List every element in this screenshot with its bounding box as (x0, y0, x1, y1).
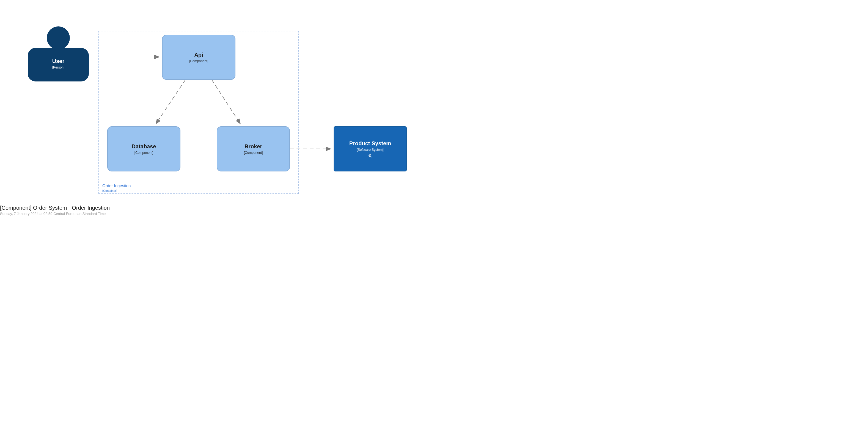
person-user[interactable]: User [Person] (28, 26, 89, 82)
svg-line-3 (371, 156, 372, 157)
component-broker-name: Broker (245, 143, 262, 150)
component-broker-stereo: [Component] (244, 151, 263, 155)
diagram-footer: [Component] Order System - Order Ingesti… (0, 205, 110, 216)
component-api-stereo: [Component] (189, 59, 208, 63)
component-database-name: Database (132, 143, 156, 150)
component-broker[interactable]: Broker [Component] (217, 126, 290, 171)
diagram-title: [Component] Order System - Order Ingesti… (0, 205, 110, 211)
zoom-in-icon (368, 154, 372, 158)
container-name: Order Ingestion (102, 183, 131, 188)
person-stereo: [Person] (28, 65, 89, 69)
diagram-timestamp: Sunday, 7 January 2024 at 02:59 Central … (0, 212, 110, 216)
component-database[interactable]: Database [Component] (107, 126, 180, 171)
system-product-stereo: [Software System] (357, 148, 383, 152)
person-text: User [Person] (28, 58, 89, 69)
container-label: Order Ingestion [Container] (102, 183, 131, 193)
component-database-stereo: [Component] (134, 151, 153, 155)
container-stereo: [Container] (102, 189, 131, 193)
system-product-name: Product System (349, 140, 391, 147)
component-api-name: Api (194, 52, 203, 58)
diagram-canvas: Order Ingestion [Container] User [Person… (0, 0, 434, 218)
svg-point-0 (47, 26, 70, 50)
person-icon (28, 26, 89, 82)
person-name: User (28, 58, 89, 64)
component-api[interactable]: Api [Component] (162, 35, 236, 80)
system-product[interactable]: Product System [Software System] (334, 126, 407, 171)
